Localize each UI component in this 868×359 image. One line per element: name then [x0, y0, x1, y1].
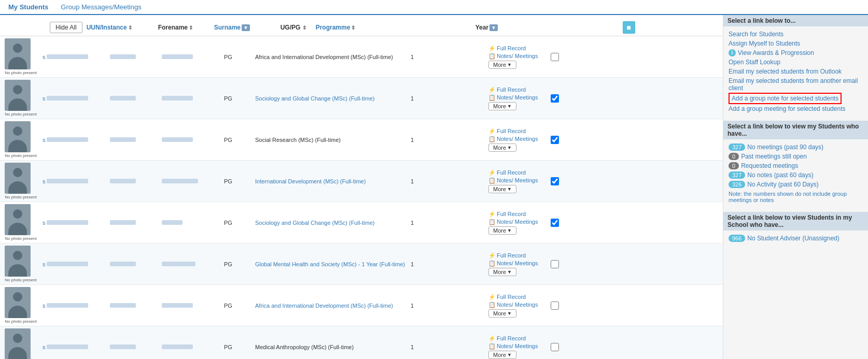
- more-button[interactable]: More ▼: [488, 351, 516, 359]
- add-group-note-link[interactable]: Add a group note for selected students: [729, 93, 842, 104]
- info-icon: i: [729, 49, 736, 56]
- nav-my-students[interactable]: My Students: [8, 3, 48, 11]
- notes-meetings-link[interactable]: 📋 Notes/ Meetings: [488, 301, 538, 308]
- email-outlook-link[interactable]: Email my selected students from Outlook: [729, 67, 863, 76]
- full-record-link[interactable]: ⚡ Full Record: [488, 169, 526, 176]
- stat-no-notes[interactable]: 327 No notes (past 60 days): [729, 170, 863, 180]
- email-other-link[interactable]: Email my selected students from another …: [729, 76, 863, 93]
- hide-all-button[interactable]: Hide All: [50, 22, 82, 33]
- notes-meetings-link[interactable]: 📋 Notes/ Meetings: [488, 136, 538, 142]
- assign-myself-link[interactable]: Assign Myself to Students: [729, 39, 863, 48]
- more-button[interactable]: More ▼: [488, 61, 516, 69]
- search-students-link[interactable]: Search for Students: [729, 30, 863, 39]
- full-record-link[interactable]: ⚡ Full Record: [488, 128, 526, 135]
- more-button[interactable]: More ▼: [488, 309, 516, 318]
- student-photo: No photo present: [0, 243, 41, 284]
- notes-icon: 📋: [488, 136, 496, 142]
- student-year: 1: [410, 285, 487, 326]
- student-checkbox[interactable]: [551, 94, 559, 103]
- stat-no-activity[interactable]: 326 No Activity (past 60 Days): [729, 180, 863, 189]
- student-checkbox[interactable]: [551, 177, 559, 185]
- notes-icon: 📋: [488, 219, 496, 225]
- uun-link[interactable]: s: [43, 344, 108, 350]
- badge-no-adviser: 966: [729, 235, 745, 242]
- stat-past-meetings[interactable]: 0 Past meetings still open: [729, 152, 863, 161]
- uun-link[interactable]: s: [43, 95, 108, 102]
- more-label: More: [493, 145, 506, 151]
- student-year: 1: [410, 36, 487, 77]
- student-ugpg: PG: [223, 161, 254, 202]
- open-staff-lookup-link[interactable]: Open Staff Lookup: [729, 58, 863, 67]
- surname-sort-icon[interactable]: ▼: [242, 24, 250, 31]
- more-button[interactable]: More ▼: [488, 185, 516, 193]
- full-record-link[interactable]: ⚡ Full Record: [488, 252, 526, 259]
- student-checkbox[interactable]: [551, 343, 559, 351]
- stat-no-meetings[interactable]: 327 No meetings (past 90 days): [729, 142, 863, 152]
- student-year: 1: [410, 161, 487, 202]
- student-year: 1: [410, 202, 487, 243]
- more-chevron-icon: ▼: [507, 228, 512, 233]
- stat-requested-meetings[interactable]: 0 Requested meetings: [729, 161, 863, 170]
- uun-link[interactable]: s: [43, 220, 108, 226]
- student-checkbox[interactable]: [551, 136, 559, 144]
- notes-meetings-link[interactable]: 📋 Notes/ Meetings: [488, 94, 538, 101]
- student-photo: No photo present: [0, 161, 41, 202]
- uun-link[interactable]: s: [43, 261, 108, 267]
- student-checkbox[interactable]: [551, 301, 559, 310]
- add-group-meeting-link[interactable]: Add a group meeting for selected student…: [729, 104, 863, 113]
- student-checkbox[interactable]: [551, 219, 559, 227]
- programme-sort-icon[interactable]: ⇕: [351, 25, 355, 31]
- notes-meetings-link[interactable]: 📋 Notes/ Meetings: [488, 53, 538, 60]
- more-button[interactable]: More ▼: [488, 102, 516, 110]
- student-photo: No photo present: [0, 119, 41, 160]
- student-checkbox[interactable]: [551, 260, 559, 268]
- uun-link[interactable]: s: [43, 137, 108, 143]
- record-icon: ⚡: [488, 252, 496, 259]
- notes-meetings-link[interactable]: 📋 Notes/ Meetings: [488, 343, 538, 350]
- view-awards-link[interactable]: View Awards & Progression: [738, 48, 814, 58]
- student-forename: [109, 36, 161, 77]
- notes-meetings-link[interactable]: 📋 Notes/ Meetings: [488, 177, 538, 184]
- uun-sort-icon[interactable]: ⇕: [128, 25, 132, 31]
- notes-icon: 📋: [488, 53, 496, 60]
- year-sort-icon[interactable]: ▼: [489, 24, 498, 31]
- badge-past-meetings: 0: [729, 153, 739, 160]
- uun-link[interactable]: s: [43, 303, 108, 309]
- student-uun: s: [41, 161, 109, 202]
- select-all-checkbox[interactable]: ■: [623, 21, 635, 34]
- student-photo: No photo present: [0, 36, 41, 77]
- student-forename: [109, 326, 161, 359]
- student-checkbox-cell: [544, 202, 565, 243]
- badge-no-meetings: 327: [729, 143, 745, 151]
- full-record-link[interactable]: ⚡ Full Record: [488, 87, 526, 93]
- photo-label: No photo present: [5, 70, 36, 75]
- uun-link[interactable]: s: [43, 54, 108, 60]
- student-year: 1: [410, 243, 487, 284]
- student-ugpg: PG: [223, 326, 254, 359]
- student-actions: ⚡ Full Record 📋 Notes/ Meetings More ▼: [487, 78, 544, 119]
- student-checkbox[interactable]: [551, 53, 559, 61]
- student-checkbox-cell: [544, 161, 565, 202]
- full-record-link[interactable]: ⚡ Full Record: [488, 294, 526, 300]
- more-button[interactable]: More ▼: [488, 226, 516, 235]
- full-record-link[interactable]: ⚡ Full Record: [488, 211, 526, 218]
- full-record-link[interactable]: ⚡ Full Record: [488, 335, 526, 342]
- student-programme: International Development (MSc) (Full-ti…: [254, 161, 410, 202]
- full-record-link[interactable]: ⚡ Full Record: [488, 45, 526, 52]
- more-label: More: [493, 352, 506, 358]
- nav-group-messages[interactable]: Group Messages/Meetings: [61, 3, 141, 11]
- student-checkbox-cell: [544, 119, 565, 160]
- more-button[interactable]: More ▼: [488, 143, 516, 152]
- stat-no-adviser[interactable]: 966 No Student Adviser (Unassigned): [729, 234, 863, 243]
- student-surname: [161, 36, 223, 77]
- notes-meetings-link[interactable]: 📋 Notes/ Meetings: [488, 260, 538, 267]
- student-surname: [161, 161, 223, 202]
- uun-link[interactable]: s: [43, 178, 108, 184]
- notes-meetings-link[interactable]: 📋 Notes/ Meetings: [488, 219, 538, 225]
- photo-label: No photo present: [5, 153, 36, 158]
- more-button[interactable]: More ▼: [488, 268, 516, 276]
- ugpg-sort-icon[interactable]: ⇕: [302, 25, 306, 31]
- more-chevron-icon: ▼: [507, 62, 512, 67]
- forename-sort-icon[interactable]: ⇕: [189, 25, 193, 31]
- student-checkbox-cell: [544, 78, 565, 119]
